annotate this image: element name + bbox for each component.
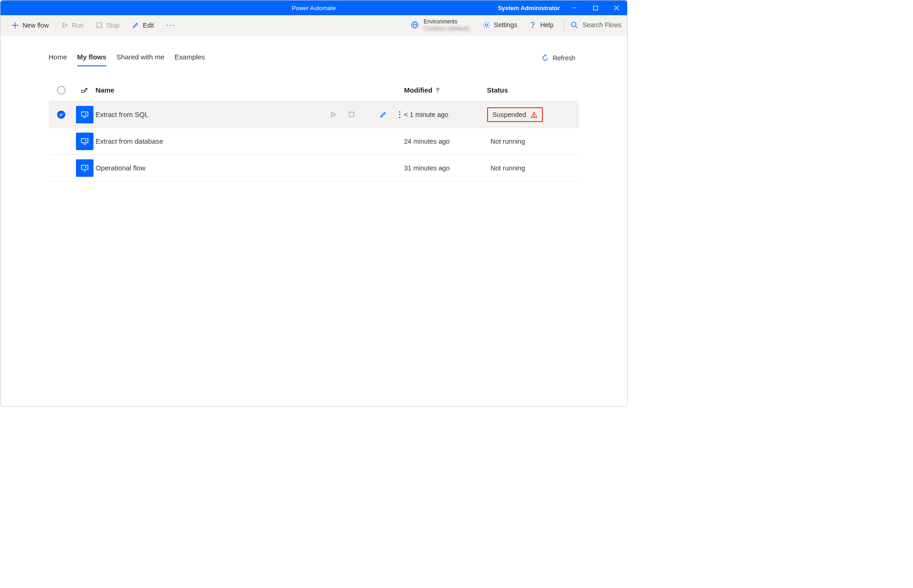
desktop-flow-icon [76, 106, 93, 123]
svg-rect-29 [81, 165, 88, 169]
desktop-flow-icon [76, 159, 93, 177]
app-title: Power Automate [292, 5, 336, 12]
status-badge: Not running [487, 163, 529, 174]
tab-my-flows[interactable]: My flows [77, 49, 106, 66]
current-user: System Administrator [498, 5, 564, 12]
sort-ascending-icon [435, 87, 441, 93]
flow-name: Operational flow [96, 164, 145, 172]
table-header: Name Modified Status [49, 79, 579, 101]
minimize-button[interactable] [564, 0, 585, 15]
pencil-icon [132, 22, 139, 29]
stop-button[interactable]: Stop [91, 19, 125, 32]
edit-button[interactable]: Edit [127, 19, 159, 32]
select-all-checkbox[interactable] [49, 86, 74, 94]
environments-label: Environments [424, 18, 470, 25]
flow-modified: < 1 minute ago [404, 111, 487, 118]
svg-point-13 [571, 22, 576, 27]
flow-status: Not running [491, 138, 525, 145]
svg-point-11 [485, 24, 488, 26]
tab-examples[interactable]: Examples [174, 49, 205, 66]
new-flow-label: New flow [23, 22, 49, 29]
run-button[interactable]: Run [56, 19, 89, 32]
globe-icon [411, 21, 419, 29]
table-row[interactable]: Operational flow 31 minutes ago Not runn… [49, 155, 579, 181]
table-row[interactable]: Extract from SQL [49, 101, 579, 128]
settings-label: Settings [494, 21, 518, 29]
svg-point-23 [399, 116, 400, 118]
window-controls [564, 0, 627, 15]
svg-rect-15 [81, 90, 84, 93]
svg-rect-17 [81, 112, 88, 116]
maximize-button[interactable] [585, 0, 606, 15]
search-placeholder: Search Flows [582, 21, 622, 29]
flow-status: Suspended [493, 111, 526, 118]
svg-rect-1 [593, 6, 598, 10]
tabs-row: Home My flows Shared with me Examples Re… [49, 49, 579, 66]
svg-line-14 [576, 26, 577, 28]
content-area: Home My flows Shared with me Examples Re… [0, 35, 627, 406]
flows-table: Name Modified Status [49, 79, 579, 181]
column-status[interactable]: Status [487, 86, 579, 94]
stop-icon [96, 22, 102, 28]
gear-icon [483, 21, 490, 29]
row-edit-icon[interactable] [380, 111, 387, 118]
help-button[interactable]: Help [523, 18, 559, 31]
svg-marker-6 [63, 23, 67, 28]
table-row[interactable]: Extract from database 24 minutes ago Not… [49, 128, 579, 155]
status-badge: Not running [487, 136, 529, 147]
titlebar: Power Automate System Administrator [0, 0, 627, 15]
flow-name: Extract from database [96, 137, 163, 145]
new-flow-button[interactable]: New flow [6, 19, 54, 32]
warning-icon [531, 111, 537, 118]
row-more-icon[interactable] [399, 111, 401, 118]
svg-rect-27 [81, 139, 88, 143]
row-run-icon[interactable] [330, 111, 337, 118]
svg-rect-7 [97, 23, 102, 28]
checked-icon [57, 111, 65, 119]
row-stop-icon[interactable] [349, 111, 355, 117]
search-flows-input[interactable]: Search Flows [564, 18, 622, 31]
environment-picker[interactable]: Environments Contoso (default) [404, 18, 476, 32]
plus-icon [12, 22, 19, 29]
run-label: Run [72, 22, 84, 29]
overflow-menu-button[interactable]: ··· [161, 20, 180, 30]
environments-value: Contoso (default) [424, 25, 470, 32]
edit-label: Edit [143, 22, 154, 29]
svg-point-12 [533, 27, 533, 28]
help-label: Help [540, 21, 553, 29]
tab-shared-with-me[interactable]: Shared with me [116, 49, 164, 66]
refresh-button[interactable]: Refresh [538, 52, 579, 64]
play-icon [62, 22, 68, 29]
search-icon [570, 21, 578, 29]
flow-modified: 24 minutes ago [404, 138, 487, 145]
refresh-label: Refresh [552, 54, 575, 62]
flow-name: Extract from SQL [96, 111, 149, 118]
app-window: Power Automate System Administrator New … [0, 0, 628, 407]
svg-rect-20 [349, 112, 354, 117]
command-bar: New flow Run Stop Edit ··· [0, 15, 627, 35]
svg-point-26 [534, 116, 534, 116]
svg-point-22 [399, 114, 400, 115]
flow-status: Not running [491, 164, 525, 172]
flow-modified: 31 minutes ago [404, 164, 487, 172]
stop-label: Stop [106, 22, 119, 29]
svg-marker-19 [331, 112, 336, 117]
status-badge: Suspended [487, 107, 543, 122]
column-modified[interactable]: Modified [404, 86, 487, 94]
flow-type-icon-header [74, 87, 96, 94]
desktop-flow-icon [76, 133, 93, 150]
question-icon [529, 21, 536, 29]
refresh-icon [541, 54, 549, 62]
close-button[interactable] [606, 0, 627, 15]
row-checkbox[interactable] [49, 111, 74, 119]
svg-point-21 [399, 111, 400, 112]
settings-button[interactable]: Settings [477, 18, 523, 32]
column-name[interactable]: Name [96, 86, 312, 94]
tab-home[interactable]: Home [49, 49, 67, 66]
